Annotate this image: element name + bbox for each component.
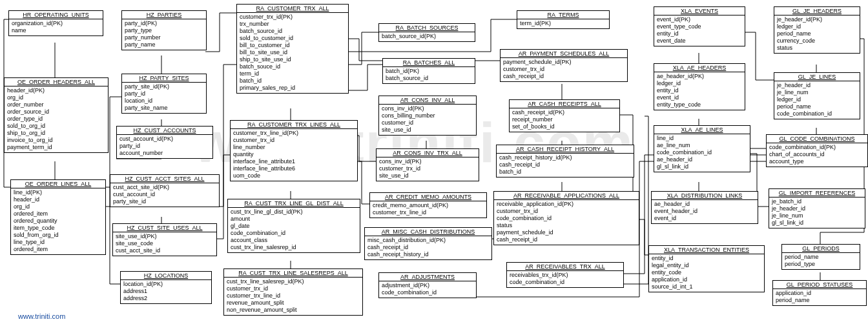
entity-field: customer_id xyxy=(382,119,473,127)
entity-fields: batch_id(PK)batch_source_id xyxy=(383,67,475,83)
entity-field: credit_memo_amount_id(PK) xyxy=(373,202,484,209)
entity-fields: cust_trx_line_salesrep_id(PK)customer_tr… xyxy=(224,278,362,315)
entity-field: party_id(PK) xyxy=(125,20,203,27)
entity-fields: je_header_id(PK)ledger_idperiod_namecurr… xyxy=(774,15,860,53)
entity-field: ae_header_id xyxy=(654,201,755,208)
entity-title: HZ_CUST_SITE_USES_ALL xyxy=(113,224,216,232)
entity-title: AR_CASH_RECEIPTS_ALL xyxy=(510,100,619,108)
entity-title: AR_ADJUSTMENTS xyxy=(379,273,476,281)
entity-title: RA_CUST_TRX_LINE_SALESREPS_ALL xyxy=(224,269,362,278)
entity-title: OE_ORDER_HEADERS_ALL xyxy=(5,78,108,86)
entity-ra_batches_all: RA_BATCHES_ALLbatch_id(PK)batch_source_i… xyxy=(382,58,475,84)
entity-field: header_id xyxy=(14,196,103,203)
entity-field: currency_code xyxy=(777,37,857,45)
entity-field: organization_id(PK) xyxy=(12,20,100,27)
entity-field: account_number xyxy=(119,150,210,157)
entity-field: gl_sl_link_id xyxy=(772,219,862,227)
entity-fields: line_idae_line_numcode_combination_idae_… xyxy=(654,134,750,172)
entity-fields: period_nameperiod_type xyxy=(782,253,860,269)
entity-field: batch_source_id xyxy=(386,75,472,82)
entity-field: primary_sales_rep_id xyxy=(240,85,346,92)
entity-ar_credit_memo_amounts: AR_CREDIT_MEMO_AMOUNTScredit_memo_amount… xyxy=(369,192,487,218)
entity-title: HZ_CUST_ACCOUNTS xyxy=(117,127,212,135)
entity-field: sold_to_customer_id xyxy=(240,35,346,42)
entity-field: site_use_id(PK) xyxy=(116,233,214,240)
entity-field: account_class xyxy=(231,237,357,244)
entity-field: period_name xyxy=(776,297,863,304)
entity-field: period_name xyxy=(777,103,857,110)
entity-fields: site_use_id(PK)site_use_codecust_acct_si… xyxy=(113,232,216,256)
entity-field: site_use_id xyxy=(379,172,476,179)
entity-field: code_combination_id xyxy=(657,149,747,156)
entity-fields: je_header_idje_line_numledger_idperiod_n… xyxy=(774,81,860,119)
entity-title: RA_CUST_TRX_LINE_GL_DIST_ALL xyxy=(228,199,360,208)
entity-gl_import_references: GL_IMPORT_REFERENCESje_batch_idje_header… xyxy=(769,188,865,228)
entity-field: line_id(PK) xyxy=(14,189,103,196)
entity-field: source_id_int_1 xyxy=(652,283,761,290)
entity-field: order_type_id xyxy=(7,116,105,123)
entity-oe_order_lines_all: OE_ORDER_LINES_ALLline_id(PK)header_idor… xyxy=(10,179,106,255)
entity-field: misc_cash_distribution_id(PK) xyxy=(367,237,489,244)
entity-field: bill_to_customer_id xyxy=(240,42,346,49)
entity-ar_cash_receipt_history_all: AR_CASH_RECEIPT_HISTORY_ALLcash_receipt_… xyxy=(496,145,634,177)
entity-field: code_combination_id xyxy=(497,215,636,222)
entity-fields: receivables_trx_id(PK)code_combination_i… xyxy=(507,271,623,287)
entity-field: revenue_amount_split xyxy=(227,299,360,307)
entity-field: adjustment_id(PK) xyxy=(382,282,473,289)
entity-field: status xyxy=(777,45,857,52)
entity-title: RA_BATCHES_ALL xyxy=(383,59,475,67)
entity-ra_customer_trx_all: RA_CUSTOMER_TRX_ALLcustomer_trx_id(PK)tr… xyxy=(236,4,349,94)
entity-field: party_type xyxy=(125,27,203,34)
entity-title: XLA_AE_LINES xyxy=(654,126,750,134)
entity-fields: party_site_id(PK)party_idlocation_idpart… xyxy=(122,83,206,113)
entity-xla_events: XLA_EVENTSevent_id(PK)event_type_codeent… xyxy=(654,6,745,46)
entity-field: ship_to_org_id xyxy=(7,130,105,137)
entity-field: application_id xyxy=(776,290,863,297)
entity-fields: payment_schedule_id(PK)customer_trx_idca… xyxy=(501,58,627,81)
entity-gl_code_combinations: GL_CODE_COMBINATIONScode_combination_id(… xyxy=(766,134,868,167)
entity-field: party_name xyxy=(125,41,203,48)
entity-field: ae_header_id(PK) xyxy=(657,73,742,80)
entity-ar_payment_schedules_all: AR_PAYMENT_SCHEDULES_ALLpayment_schedule… xyxy=(500,49,628,82)
entity-gl_period_statuses: GL_PERIOD_STATUSESapplication_idperiod_n… xyxy=(772,280,867,306)
entity-title: HZ_PARTIES xyxy=(122,11,206,19)
entity-fields: cons_inv_id(PK)cons_billing_numbercustom… xyxy=(379,105,476,135)
entity-xla_ae_headers: XLA_AE_HEADERSae_header_id(PK)ledger_ide… xyxy=(654,63,745,110)
entity-title: AR_CASH_RECEIPT_HISTORY_ALL xyxy=(497,145,634,154)
entity-title: GL_JE_HEADERS xyxy=(774,7,860,15)
entity-ar_cons_inv_all: AR_CONS_INV_ALLcons_inv_id(PK)cons_billi… xyxy=(378,96,477,136)
entity-field: je_line_num xyxy=(777,89,857,96)
entity-field: cust_account_id xyxy=(113,191,216,198)
entity-field: bill_to_site_use_id xyxy=(240,49,346,56)
entity-field: customer_trx_line_id xyxy=(227,292,360,299)
entity-field: trx_number xyxy=(240,21,346,28)
entity-field: customer_trx_id xyxy=(497,208,636,215)
entity-field: ship_to_site_use_id xyxy=(240,56,346,63)
entity-field: code_combination_id xyxy=(510,279,621,286)
entity-field: cust_trx_line_salesrep_id(PK) xyxy=(227,278,360,285)
entity-title: OE_ORDER_LINES_ALL xyxy=(11,180,105,188)
entity-gl_je_lines: GL_JE_LINESje_header_idje_line_numledger… xyxy=(774,72,860,119)
entity-fields: receivable_application_id(PK)customer_tr… xyxy=(494,200,639,245)
entity-field: ordered_quantity xyxy=(14,218,103,225)
entity-field: cash_receipt_id xyxy=(499,161,631,168)
entity-field: address2 xyxy=(123,295,209,302)
entity-field: code_combination_id(PK) xyxy=(769,144,865,151)
entity-gl_periods: GL_PERIODSperiod_nameperiod_type xyxy=(781,244,860,270)
footer-link[interactable]: www.triniti.com xyxy=(18,312,65,320)
entity-field: customer_trx_id xyxy=(227,285,360,292)
entity-field: cust_trx_line_gl_dist_id(PK) xyxy=(231,208,357,216)
entity-field: party_site_id(PK) xyxy=(125,83,203,90)
entity-ar_cons_inv_trx_all: AR_CONS_INV_TRX_ALLcons_inv_id(PK)custom… xyxy=(376,148,479,181)
entity-field: interface_line_attribute6 xyxy=(233,165,355,172)
entity-title: XLA_AE_HEADERS xyxy=(654,64,745,72)
entity-fields: header_id(PK)org_idorder_numberorder_sou… xyxy=(5,86,108,152)
entity-ar_receivables_trx_all: AR_RECEIVABLES_TRX_ALLreceivables_trx_id… xyxy=(506,262,624,288)
entity-field: je_header_id(PK) xyxy=(777,16,857,23)
entity-field: code_combination_id xyxy=(382,289,473,296)
entity-field: header_id(PK) xyxy=(7,87,105,94)
entity-hz_locations: HZ_LOCATIONSlocation_id(PK)address1addre… xyxy=(120,271,212,304)
entity-field: batch_id xyxy=(499,168,631,176)
entity-fields: entity_idlegal_entity_identity_codeappli… xyxy=(649,254,764,292)
entity-fields: application_idperiod_name xyxy=(773,289,866,305)
